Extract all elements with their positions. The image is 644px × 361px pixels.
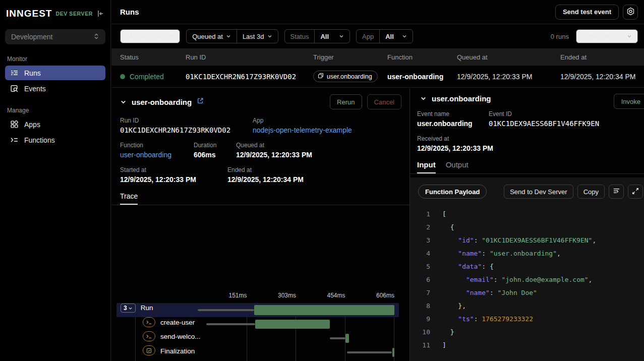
invoke-button[interactable]: Invoke — [614, 94, 644, 109]
app-link[interactable]: nodejs-open-telemetry-example — [253, 126, 352, 134]
code-line: 6 "email": "john.doe@example.com", — [410, 273, 644, 286]
nav-section-monitor: Monitor — [7, 55, 110, 63]
table-columns-label: Table columns — [582, 33, 624, 40]
line-number: 10 — [410, 326, 430, 339]
sidebar-item-runs[interactable]: Runs — [5, 66, 105, 80]
function-payload-button[interactable]: Function Payload — [418, 185, 487, 199]
terminal-step-icon — [143, 317, 155, 327]
trigger-name: user.onboarding — [327, 73, 372, 80]
execution-bar — [254, 305, 394, 315]
expander-badge[interactable]: 3 — [121, 304, 136, 313]
sidebar-item-apps[interactable]: Apps — [5, 117, 105, 132]
expand-icon — [632, 188, 639, 196]
trace-row-run[interactable]: 3Run — [111, 303, 409, 317]
collapse-sidebar-icon[interactable] — [96, 10, 104, 18]
sidebar-item-label: Runs — [24, 69, 41, 77]
line-number: 3 — [410, 234, 430, 247]
status-filter-dropdown[interactable]: All — [314, 30, 349, 43]
chevron-down-icon — [226, 34, 231, 39]
expand-button[interactable] — [628, 185, 643, 199]
trace-row-label: send-welco... — [160, 333, 201, 340]
ended-at-value: 12/9/2025, 12:20:34 PM — [227, 175, 304, 184]
word-wrap-icon — [613, 187, 620, 196]
function-link[interactable]: user-onboarding — [120, 151, 194, 159]
trace-row-label: create-user — [160, 319, 195, 326]
line-number: 8 — [410, 299, 430, 313]
main-content: Runs Send test event Show search — [111, 0, 644, 361]
word-wrap-button[interactable] — [609, 185, 624, 199]
cancel-button[interactable]: Cancel — [367, 94, 401, 109]
ended-at-label: Ended at — [227, 166, 304, 173]
show-search-label: Show search — [136, 33, 174, 40]
duration-value: 606ms — [194, 151, 236, 159]
dev-server-badge: DEV SERVER — [55, 11, 93, 17]
table-columns-dropdown[interactable]: Table columns — [576, 29, 638, 43]
filter-bar: Show search Queued at Last 3d Status All — [111, 24, 644, 48]
send-to-dev-server-button[interactable]: Send to Dev Server — [504, 185, 573, 199]
column-header-trigger: Trigger — [313, 53, 387, 61]
collapse-event-chevron-icon[interactable] — [420, 95, 427, 102]
logo-row: INNGEST DEV SERVER — [0, 0, 110, 24]
settings-button[interactable] — [623, 5, 638, 20]
nav-section-manage: Manage — [7, 107, 110, 114]
time-range-label: Last 3d — [243, 33, 264, 40]
received-at-value: 12/9/2025, 12:20:33 PM — [417, 144, 493, 152]
terminal-step-icon — [143, 331, 155, 341]
trace-row-label: Finalization — [160, 347, 195, 355]
app-label: App — [253, 117, 352, 124]
time-filter-group: Queued at Last 3d — [186, 29, 278, 43]
trace-tabbar: Trace — [111, 192, 409, 205]
copy-button[interactable]: Copy — [577, 185, 605, 199]
tab-trace[interactable]: Trace — [120, 192, 138, 205]
queued-at-dropdown[interactable]: Queued at — [187, 30, 237, 43]
payload-code-editor[interactable]: 1[2 {3 "id": "01KC1DEX9AESS6BF1V46FFK9EN… — [410, 204, 644, 352]
run-title: user-onboarding — [132, 98, 192, 106]
show-search-button[interactable]: Show search — [120, 29, 180, 43]
rerun-button[interactable]: Rerun — [330, 94, 362, 109]
line-number: 1 — [410, 208, 430, 221]
sidebar-item-events[interactable]: Events — [5, 81, 105, 96]
trace-row-finalization[interactable]: Finalization — [111, 345, 409, 359]
column-header-function: Function — [387, 53, 457, 61]
line-number: 6 — [410, 273, 430, 286]
queued-at-cell: 12/9/2025, 12:20:33 PM — [457, 73, 560, 81]
gear-icon — [626, 7, 635, 17]
tab-input[interactable]: Input — [417, 160, 436, 173]
collapse-run-chevron-icon[interactable] — [120, 99, 127, 105]
chevron-down-icon — [627, 34, 632, 39]
trigger-badge[interactable]: user.onboarding — [313, 71, 378, 82]
trace-row-create-user[interactable]: create-user — [111, 317, 409, 331]
run-status: Completed — [130, 73, 164, 81]
app-filter-dropdown[interactable]: All — [379, 30, 413, 43]
search-icon — [126, 32, 133, 41]
line-number: 11 — [410, 339, 430, 352]
ended-at-cell: 12/9/2025, 12:20:34 PM — [560, 73, 644, 81]
runs-icon — [10, 69, 19, 77]
event-trigger-icon — [318, 73, 324, 80]
sidebar-item-functions[interactable]: Functions — [5, 133, 105, 147]
external-link-icon[interactable] — [197, 97, 204, 106]
apps-icon — [10, 120, 19, 129]
table-row[interactable]: Completed 01KC1DEXCHR2N617Z93RK0VD02 use… — [111, 66, 644, 88]
functions-icon — [10, 136, 19, 144]
trace-row-send-welco-[interactable]: send-welco... — [111, 331, 409, 345]
event-name-label: Event name — [417, 110, 489, 117]
send-test-event-button[interactable]: Send test event — [555, 5, 619, 20]
execution-bar — [345, 334, 348, 343]
trace-tree-line — [135, 317, 136, 361]
run-id-cell: 01KC1DEXCHR2N617Z93RK0VD02 — [186, 73, 313, 81]
code-line: 9 "ts": 1765279233322 — [410, 313, 644, 326]
run-id-value: 01KC1DEXCHR2N617Z93RK0VD02 — [120, 126, 253, 134]
event-title: user.onboarding — [432, 94, 491, 103]
queue-duration-line — [347, 351, 392, 353]
line-number: 9 — [410, 313, 430, 326]
time-range-dropdown[interactable]: Last 3d — [237, 30, 278, 43]
environment-select[interactable]: Development — [5, 29, 105, 44]
chevron-down-icon — [267, 34, 272, 39]
function-label: Function — [120, 142, 194, 149]
runs-count: 0 runs — [551, 33, 569, 40]
status-filter-value: All — [320, 33, 329, 40]
inngest-logo: INNGEST — [6, 8, 52, 19]
queue-duration-line — [330, 337, 345, 339]
tab-output[interactable]: Output — [446, 160, 469, 173]
